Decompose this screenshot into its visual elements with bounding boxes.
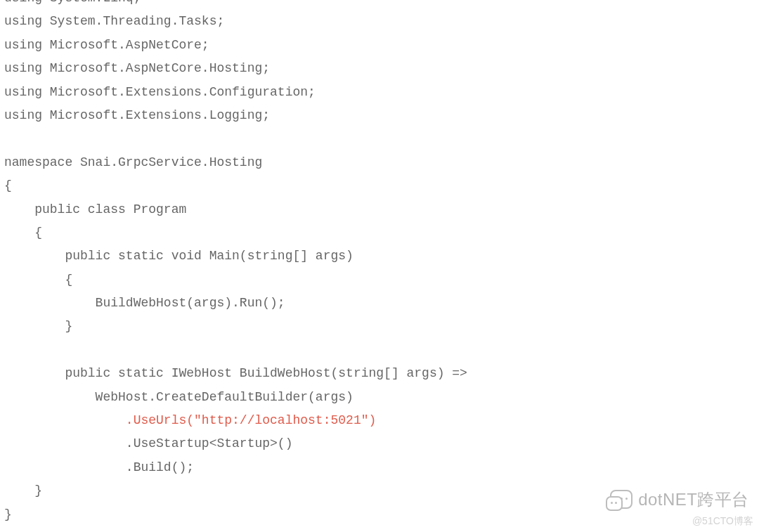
code-line: namespace Snai.GrpcService.Hosting bbox=[4, 151, 755, 174]
code-line: public static void Main(string[] args) bbox=[4, 245, 755, 268]
code-line: BuildWebHost(args).Run(); bbox=[4, 292, 755, 315]
code-line: } bbox=[4, 315, 755, 338]
code-line: using Microsoft.AspNetCore.Hosting; bbox=[4, 57, 755, 80]
code-line: { bbox=[4, 174, 755, 197]
wechat-watermark: dotNET跨平台 bbox=[606, 488, 749, 511]
code-line: { bbox=[4, 268, 755, 292]
code-line: using System.Linq; bbox=[4, 0, 755, 10]
watermark-brand-text: dotNET跨平台 bbox=[638, 488, 749, 511]
code-line: .UseStartup<Startup>() bbox=[4, 432, 755, 455]
code-line: { bbox=[4, 221, 755, 245]
code-line: .UseUrls("http://localhost:5021") bbox=[4, 409, 755, 432]
code-line bbox=[4, 339, 755, 362]
code-line: using Microsoft.AspNetCore; bbox=[4, 34, 755, 57]
code-line: .Build(); bbox=[4, 456, 755, 479]
chat-bubble-icon bbox=[606, 488, 634, 511]
highlighted-code: .UseUrls("http://localhost:5021") bbox=[126, 413, 376, 427]
blog-watermark: @51CTO博客 bbox=[692, 515, 753, 528]
code-line: using System.Threading.Tasks; bbox=[4, 10, 755, 33]
code-line bbox=[4, 127, 755, 150]
code-editor: using System.Linq;using System.Threading… bbox=[0, 0, 759, 526]
code-line: using Microsoft.Extensions.Logging; bbox=[4, 104, 755, 127]
code-line: using Microsoft.Extensions.Configuration… bbox=[4, 81, 755, 104]
code-line: public class Program bbox=[4, 198, 755, 221]
code-line: public static IWebHost BuildWebHost(stri… bbox=[4, 362, 755, 385]
code-line: WebHost.CreateDefaultBuilder(args) bbox=[4, 386, 755, 409]
